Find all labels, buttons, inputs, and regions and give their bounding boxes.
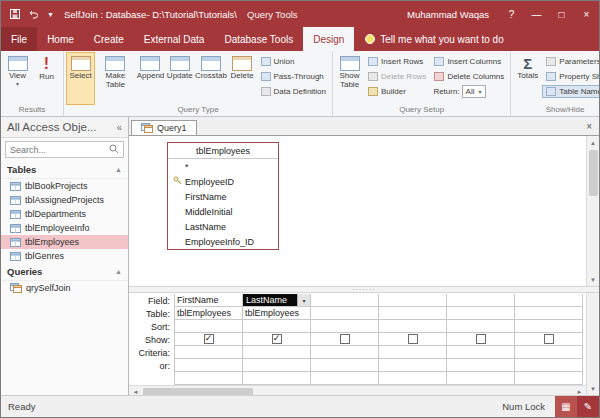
field-list-title[interactable]: tblEmployees xyxy=(168,143,278,159)
criteria-cell-3[interactable] xyxy=(311,346,379,359)
or-cell-4[interactable] xyxy=(379,359,447,372)
grid-vertical-scrollbar[interactable]: ▼ xyxy=(586,293,599,395)
show-checkbox[interactable] xyxy=(272,334,282,344)
table-names-button[interactable]: Table Names xyxy=(542,85,599,98)
nav-item-tblbookprojects[interactable]: tblBookProjects xyxy=(1,179,128,193)
help-button[interactable]: ? xyxy=(499,1,524,27)
delete-columns-button[interactable]: Delete Columns xyxy=(430,70,508,83)
query-design-surface[interactable]: tblEmployees * EmployeeID FirstName Mi xyxy=(129,136,586,286)
or-cell-6[interactable] xyxy=(515,359,583,372)
scrollbar-thumb[interactable] xyxy=(589,150,598,196)
tab-home[interactable]: Home xyxy=(37,27,84,51)
pass-through-button[interactable]: Pass-Through xyxy=(257,70,330,83)
or-cell-3[interactable] xyxy=(311,359,379,372)
builder-button[interactable]: Builder xyxy=(364,85,430,98)
criteria-cell-5[interactable] xyxy=(447,346,515,359)
sort-cell-5[interactable] xyxy=(447,320,515,333)
show-checkbox[interactable] xyxy=(408,334,418,344)
show-checkbox[interactable] xyxy=(544,334,554,344)
search-input[interactable] xyxy=(10,145,109,155)
run-button[interactable]: ! Run xyxy=(32,52,61,105)
insert-rows-button[interactable]: Insert Rows xyxy=(364,55,430,68)
minimize-button[interactable]: — xyxy=(524,1,549,27)
blank-cell-6[interactable] xyxy=(515,372,583,385)
undo-icon[interactable] xyxy=(26,7,39,21)
show-checkbox[interactable] xyxy=(204,334,214,344)
close-document-icon[interactable]: × xyxy=(579,121,599,132)
customize-quick-access-icon[interactable]: ▾ xyxy=(44,7,57,21)
field-cell-1[interactable]: FirstName xyxy=(175,294,243,307)
append-button[interactable]: Append xyxy=(136,52,166,105)
nav-section-tables[interactable]: Tables ▲ xyxy=(1,161,128,179)
delete-query-button[interactable]: Delete xyxy=(228,52,257,105)
or-cell-5[interactable] xyxy=(447,359,515,372)
table-cell-3[interactable] xyxy=(311,307,379,320)
search-icon[interactable] xyxy=(109,144,119,156)
field-cell-2-selected[interactable]: LastName ▾ xyxy=(243,294,311,307)
blank-cell-4[interactable] xyxy=(379,372,447,385)
criteria-cell-4[interactable] xyxy=(379,346,447,359)
insert-columns-button[interactable]: Insert Columns xyxy=(430,55,508,68)
update-button[interactable]: Update xyxy=(165,52,194,105)
delete-rows-button[interactable]: Delete Rows xyxy=(364,70,430,83)
show-checkbox[interactable] xyxy=(340,334,350,344)
show-table-button[interactable]: Show Table xyxy=(335,52,364,105)
or-cell-2[interactable] xyxy=(243,359,311,372)
field-cell-3[interactable] xyxy=(311,294,379,307)
show-checkbox[interactable] xyxy=(476,334,486,344)
table-cell-1[interactable]: tblEmployees xyxy=(175,307,243,320)
close-button[interactable]: × xyxy=(574,1,599,27)
make-table-button[interactable]: Make Table xyxy=(95,52,136,105)
nav-item-tbldepartments[interactable]: tblDepartments xyxy=(1,207,128,221)
criteria-cell-2[interactable] xyxy=(243,346,311,359)
user-name[interactable]: Muhammad Waqas xyxy=(397,9,499,20)
table-cell-4[interactable] xyxy=(379,307,447,320)
blank-cell-2[interactable] xyxy=(243,372,311,385)
nav-item-tblassignedprojects[interactable]: tblAssignedProjects xyxy=(1,193,128,207)
datasheet-view-button[interactable]: ▦ xyxy=(555,396,577,417)
shutter-bar-close-icon[interactable]: « xyxy=(116,122,122,133)
or-cell-1[interactable] xyxy=(175,359,243,372)
field-list-item-asterisk[interactable]: * xyxy=(168,159,278,174)
nav-item-tblgenres[interactable]: tblGenres xyxy=(1,249,128,263)
maximize-button[interactable]: □ xyxy=(549,1,574,27)
blank-cell-1[interactable] xyxy=(175,372,243,385)
table-cell-2[interactable]: tblEmployees xyxy=(243,307,311,320)
select-query-button[interactable]: Select xyxy=(66,52,95,105)
design-view-button[interactable]: ✎ xyxy=(577,396,599,417)
nav-item-tblemployees[interactable]: tblEmployees xyxy=(1,235,128,249)
nav-section-queries[interactable]: Queries ▲ xyxy=(1,263,128,281)
sort-cell-1[interactable] xyxy=(175,320,243,333)
view-button[interactable]: View ▾ xyxy=(3,52,32,105)
field-list-item-firstname[interactable]: FirstName xyxy=(168,189,278,204)
tab-database-tools[interactable]: Database Tools xyxy=(214,27,303,51)
field-list-item-employeeid[interactable]: EmployeeID xyxy=(168,174,278,189)
tab-query1[interactable]: Query1 xyxy=(131,120,197,135)
sort-cell-3[interactable] xyxy=(311,320,379,333)
property-sheet-button[interactable]: Property Sheet xyxy=(542,70,599,83)
scroll-up-icon[interactable]: ▲ xyxy=(587,136,599,149)
field-dropdown-icon[interactable]: ▾ xyxy=(297,294,310,306)
tell-me-box[interactable]: Tell me what you want to do xyxy=(354,27,514,51)
criteria-cell-1[interactable] xyxy=(175,346,243,359)
sort-cell-4[interactable] xyxy=(379,320,447,333)
sort-cell-2[interactable] xyxy=(243,320,311,333)
tab-external-data[interactable]: External Data xyxy=(134,27,215,51)
field-list-item-employeeinfoid[interactable]: EmployeeInfo_ID xyxy=(168,234,278,249)
crosstab-button[interactable]: Crosstab xyxy=(194,52,227,105)
scroll-down-icon[interactable]: ▼ xyxy=(587,382,599,395)
nav-pane-header[interactable]: All Access Obje... « xyxy=(1,117,128,138)
union-button[interactable]: Union xyxy=(257,55,330,68)
vertical-scrollbar[interactable]: ▲ ▼ xyxy=(586,136,599,286)
tab-design[interactable]: Design xyxy=(303,27,354,51)
tab-file[interactable]: File xyxy=(1,27,37,51)
data-definition-button[interactable]: Data Definition xyxy=(257,85,330,98)
blank-cell-3[interactable] xyxy=(311,372,379,385)
pane-splitter[interactable]: ······· xyxy=(129,286,599,293)
field-cell-4[interactable] xyxy=(379,294,447,307)
sort-cell-6[interactable] xyxy=(515,320,583,333)
field-list-item-middleinitial[interactable]: MiddleInitial xyxy=(168,204,278,219)
nav-item-qryselfjoin[interactable]: qrySelfJoin xyxy=(1,281,128,295)
save-icon[interactable] xyxy=(8,7,21,21)
table-cell-5[interactable] xyxy=(447,307,515,320)
